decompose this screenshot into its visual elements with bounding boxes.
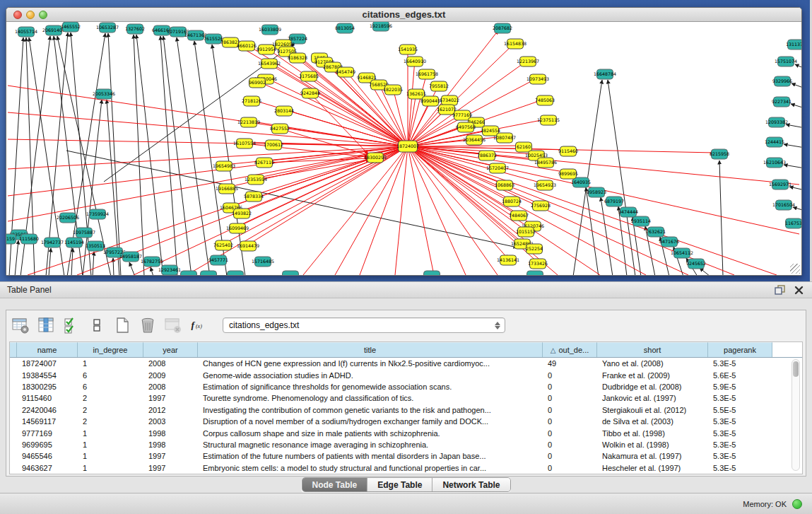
graph-node[interactable]: 16543962 (258, 59, 281, 69)
graph-node[interactable]: 1115680 (19, 234, 39, 244)
table-row[interactable]: 946554611997Estimation of the future num… (10, 450, 802, 462)
graph-node[interactable]: 116753 (785, 218, 801, 228)
graph-node[interactable]: 10653287 (96, 23, 119, 33)
graph-node[interactable]: 6879197 (604, 197, 624, 206)
network-canvas[interactable]: 1405571420691406146555210653287132760264… (6, 22, 801, 275)
resize-grip-icon[interactable] (790, 264, 800, 274)
graph-node[interactable]: 39159 (6, 234, 16, 244)
graph-node[interactable]: 5878334 (244, 192, 264, 201)
graph-node[interactable]: 10807487 (493, 133, 516, 143)
node-rect-teal[interactable] (201, 271, 217, 275)
new-table-button[interactable] (112, 316, 131, 335)
graph-node[interactable]: 1493822 (232, 209, 252, 218)
graph-node[interactable]: 18300295 (364, 153, 387, 163)
tab-edge-table[interactable]: Edge Table (367, 478, 433, 491)
graph-node[interactable]: 19654923 (534, 180, 556, 190)
graph-node[interactable]: 8427552 (270, 124, 290, 134)
delete-table-button[interactable] (163, 316, 182, 335)
graph-node[interactable]: 19654983 (213, 161, 235, 171)
graph-node[interactable]: 8215958 (710, 149, 729, 159)
graph-node[interactable] (181, 271, 197, 275)
graph-node[interactable]: 15692971 (769, 180, 792, 189)
node-rect-teal[interactable] (527, 271, 543, 275)
graph-node[interactable]: 8990445 (420, 96, 440, 106)
graph-node[interactable] (201, 271, 217, 275)
graph-node[interactable]: 252254 (526, 244, 543, 254)
graph-node[interactable]: 7886372 (477, 151, 497, 160)
graph-node[interactable]: 9242848 (300, 88, 320, 98)
graph-node[interactable]: 19166885 (216, 184, 238, 194)
scrollbar-thumb[interactable] (793, 361, 799, 377)
graph-node[interactable]: 1465552 (61, 22, 81, 32)
graph-node[interactable]: 14958187 (119, 252, 142, 262)
graph-node[interactable]: 8471676 (659, 237, 679, 247)
memory-status-indicator[interactable] (792, 499, 802, 509)
graph-node[interactable]: 7484067 (509, 211, 529, 221)
row-height-button[interactable] (87, 316, 106, 335)
graph-node[interactable]: 1700612 (264, 140, 283, 150)
graph-node[interactable]: 18724007 (396, 141, 419, 152)
table-row[interactable]: 1938455462009Genome-wide association stu… (10, 369, 802, 380)
maximize-window-button[interactable] (39, 11, 47, 19)
column-visibility-button[interactable] (36, 316, 55, 335)
column-header-title[interactable]: title (198, 342, 543, 357)
graph-node[interactable]: 16648784 (594, 69, 616, 79)
graph-node[interactable]: 16033809 (259, 25, 281, 35)
graph-node[interactable]: 2935114 (631, 216, 651, 226)
node-rect-teal[interactable] (228, 271, 244, 275)
column-header-in_degree[interactable]: in_degree (78, 342, 143, 357)
graph-node[interactable]: 7955812 (429, 81, 449, 91)
graph-node[interactable]: 9115460 (558, 146, 578, 156)
graph-node[interactable]: 62160 (516, 142, 532, 152)
graph-node[interactable]: 16210643 (763, 158, 786, 168)
graph-node[interactable]: 16099469 (226, 223, 249, 233)
table-row[interactable]: 977716911998Corpus callosum shape and si… (10, 427, 802, 438)
graph-node[interactable]: 6497568 (456, 122, 476, 132)
graph-node[interactable]: 17942737 (41, 238, 64, 247)
table-settings-button[interactable] (11, 316, 30, 335)
graph-node[interactable]: 10654112 (671, 248, 693, 258)
graph-node[interactable]: 9227341 (772, 97, 792, 107)
graph-node[interactable]: 16914479 (237, 241, 259, 251)
graph-node[interactable]: 12923461 (158, 265, 181, 275)
graph-node[interactable]: 1733426 (528, 259, 548, 269)
graph-node[interactable]: 2756928 (531, 201, 551, 211)
close-panel-icon[interactable] (792, 284, 805, 296)
select-rows-button[interactable] (61, 316, 81, 335)
table-row[interactable]: 1872400712008Changes of HCN gene express… (10, 358, 802, 369)
graph-node[interactable]: 9474444 (618, 207, 638, 217)
graph-node[interactable]: 18495786 (534, 158, 557, 168)
graph-node[interactable]: 7625402 (213, 240, 233, 250)
graph-node[interactable]: 2087682 (493, 23, 512, 33)
table-row[interactable]: 946362711997Embryonic stem cells: a mode… (10, 462, 802, 474)
graph-node[interactable]: 1244415 (765, 137, 784, 147)
node-rect-teal[interactable] (424, 271, 440, 275)
graph-node[interactable]: 15716485 (252, 257, 274, 267)
graph-node[interactable]: 14136141 (497, 255, 519, 265)
graph-node[interactable]: 1822035 (383, 85, 403, 95)
graph-node[interactable]: 3175685 (299, 71, 319, 81)
minimize-window-button[interactable] (26, 11, 35, 19)
graph-node[interactable]: 16107554 (233, 139, 256, 148)
graph-node[interactable]: 17016504 (772, 200, 795, 210)
graph-node[interactable]: 20364456 (463, 135, 486, 145)
tab-network-table[interactable]: Network Table (433, 478, 510, 491)
graph-node[interactable]: 9245652 (686, 259, 706, 269)
table-vertical-scrollbar[interactable] (792, 359, 800, 471)
graph-node[interactable] (283, 271, 299, 275)
graph-node[interactable]: 12353594 (245, 175, 267, 185)
close-window-button[interactable] (13, 11, 22, 19)
graph-node[interactable]: 1068863 (495, 180, 514, 190)
graph-node[interactable]: 14055714 (15, 27, 37, 37)
graph-node[interactable]: 2803144 (274, 106, 294, 116)
function-builder-button[interactable]: f (x) (189, 316, 208, 335)
graph-node[interactable]: 8267110 (254, 158, 274, 168)
column-header-year[interactable]: year (143, 342, 198, 357)
table-row[interactable]: 911546021997Tourette syndrome. Phenomeno… (10, 392, 802, 404)
graph-node[interactable]: 9899695 (558, 169, 578, 179)
graph-node[interactable]: 12213819 (237, 117, 260, 127)
graph-node[interactable]: 9329966 (772, 76, 792, 86)
graph-node[interactable]: 9457771 (208, 255, 228, 265)
graph-node[interactable]: 16640910 (404, 57, 426, 66)
graph-node[interactable]: 1880724 (502, 197, 522, 206)
